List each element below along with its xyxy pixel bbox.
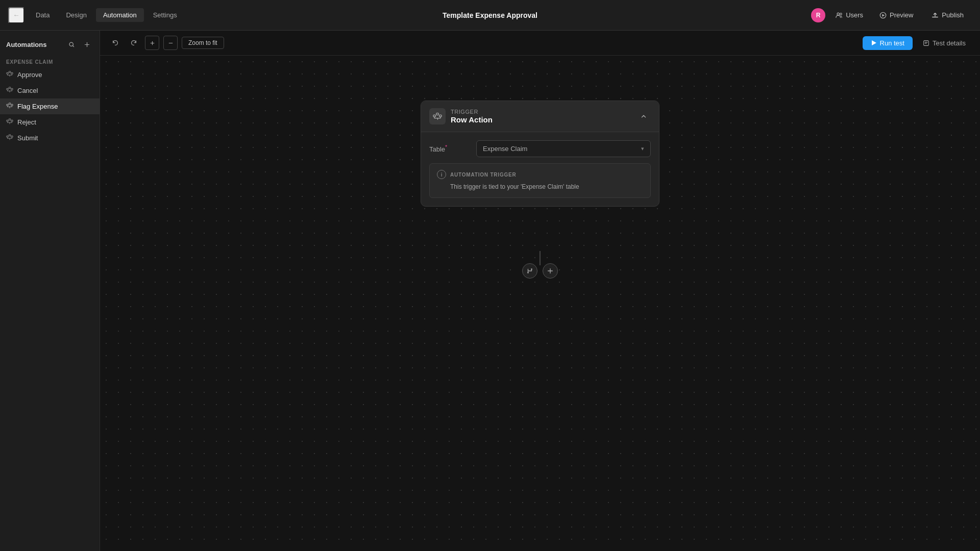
zoom-in-icon: [149, 40, 156, 46]
users-label: Users: [846, 11, 863, 19]
action-buttons: [522, 263, 558, 279]
svg-rect-15: [9, 119, 11, 120]
sidebar-item-reject[interactable]: Reject: [0, 114, 100, 130]
branch-icon: [526, 267, 533, 274]
sidebar-item-submit-label: Submit: [17, 134, 38, 142]
zoom-fit-label: Zoom to fit: [188, 39, 217, 46]
sidebar-item-flag-expense-label: Flag Expense: [17, 103, 58, 110]
sidebar-item-cancel-label: Cancel: [17, 87, 38, 94]
info-box-text: This trigger is tied to your 'Expense Cl…: [437, 182, 643, 191]
sidebar-header: Automations: [0, 31, 100, 56]
svg-point-26: [531, 268, 532, 270]
svg-rect-23: [436, 113, 439, 115]
nav-right: R Users Preview Publish: [811, 8, 972, 22]
publish-label: Publish: [942, 11, 964, 19]
canvas-right-tools: Run test Test details: [863, 36, 972, 50]
tab-settings[interactable]: Settings: [146, 8, 184, 22]
add-step-button[interactable]: [543, 263, 558, 279]
tab-data[interactable]: Data: [29, 8, 57, 22]
sidebar-item-approve-label: Approve: [17, 71, 42, 79]
svg-rect-18: [9, 135, 11, 136]
zoom-out-icon: [167, 40, 174, 46]
svg-rect-21: [924, 40, 929, 45]
info-box-label: AUTOMATION TRIGGER: [450, 172, 517, 178]
canvas-toolbar: Zoom to fit Run test Test details: [100, 31, 980, 56]
trigger-subtitle: Trigger: [451, 109, 493, 115]
info-box-header: i AUTOMATION TRIGGER: [437, 170, 643, 179]
svg-rect-9: [9, 87, 11, 89]
add-step-icon: [547, 267, 554, 274]
sidebar-item-cancel[interactable]: Cancel: [0, 83, 100, 98]
test-details-icon: [923, 40, 929, 46]
svg-rect-12: [9, 103, 11, 105]
sidebar-title: Automations: [6, 41, 46, 48]
publish-button[interactable]: Publish: [923, 8, 972, 22]
automation-icon-3: [6, 102, 13, 111]
undo-icon: [112, 39, 119, 46]
svg-marker-3: [882, 14, 885, 16]
redo-button[interactable]: [127, 36, 141, 50]
tab-design[interactable]: Design: [59, 8, 93, 22]
table-value: Expense Claim: [483, 145, 527, 153]
trigger-title: Row Action: [451, 115, 493, 124]
chevron-down-icon: ▾: [641, 145, 644, 152]
search-button[interactable]: [65, 38, 78, 51]
section-label: EXPENSE CLAIM: [0, 56, 100, 67]
automation-icon-4: [6, 118, 13, 127]
back-icon: ←: [13, 11, 19, 19]
trigger-icon-box: [429, 108, 446, 124]
chevron-up-icon: [640, 113, 647, 120]
sidebar-item-approve[interactable]: Approve: [0, 67, 100, 83]
svg-rect-6: [9, 71, 11, 73]
zoom-fit-button[interactable]: Zoom to fit: [182, 37, 224, 49]
table-label: Table*: [429, 144, 470, 153]
sidebar-item-flag-expense[interactable]: Flag Expense: [0, 98, 100, 114]
branch-button[interactable]: [522, 263, 537, 279]
main-layout: Automations EXPENSE CLAIM: [0, 31, 980, 551]
test-details-label: Test details: [933, 39, 966, 47]
trigger-titles: Trigger Row Action: [451, 109, 493, 124]
tab-automation[interactable]: Automation: [96, 8, 144, 22]
test-details-button[interactable]: Test details: [917, 36, 972, 50]
trigger-icon: [433, 112, 442, 121]
play-icon: [871, 40, 877, 46]
trigger-card-body: Table* Expense Claim ▾ i AUTOMATION TRIG…: [421, 132, 659, 206]
users-button[interactable]: Users: [829, 8, 869, 22]
zoom-in-button[interactable]: [145, 36, 159, 50]
avatar: R: [811, 8, 825, 22]
preview-button[interactable]: Preview: [873, 8, 919, 22]
run-test-button[interactable]: Run test: [863, 36, 913, 50]
trigger-title-area: Trigger Row Action: [429, 108, 493, 124]
sidebar-item-submit[interactable]: Submit: [0, 130, 100, 146]
sidebar-item-reject-label: Reject: [17, 118, 36, 126]
automation-trigger-info: i AUTOMATION TRIGGER This trigger is tie…: [429, 163, 651, 198]
publish-icon: [932, 12, 939, 19]
table-select[interactable]: Expense Claim ▾: [476, 140, 651, 157]
preview-label: Preview: [890, 11, 913, 19]
automation-icon-5: [6, 134, 13, 142]
collapse-button[interactable]: [636, 109, 651, 123]
svg-point-0: [837, 13, 839, 15]
redo-icon: [130, 39, 137, 46]
search-icon: [68, 41, 75, 48]
automation-icon-2: [6, 86, 13, 95]
automation-icon: [6, 70, 13, 79]
automation-canvas[interactable]: Trigger Row Action Table*: [100, 56, 980, 551]
canvas-area: Zoom to fit Run test Test details: [100, 31, 980, 551]
page-title: Template Expense Approval: [443, 11, 537, 19]
undo-button[interactable]: [108, 36, 122, 50]
run-test-label: Run test: [880, 39, 904, 47]
sidebar-actions: [65, 38, 93, 51]
add-automation-button[interactable]: [80, 38, 93, 51]
zoom-out-button[interactable]: [163, 36, 178, 50]
add-icon: [84, 41, 90, 48]
svg-marker-20: [872, 40, 876, 45]
table-field-row: Table* Expense Claim ▾: [429, 140, 651, 157]
back-button[interactable]: ←: [8, 7, 24, 23]
preview-icon: [879, 12, 887, 19]
info-icon: i: [437, 170, 446, 179]
users-icon: [836, 12, 843, 19]
trigger-card: Trigger Row Action Table*: [421, 101, 659, 207]
nav-tabs: Data Design Automation Settings: [29, 8, 184, 22]
trigger-card-header: Trigger Row Action: [421, 101, 659, 132]
